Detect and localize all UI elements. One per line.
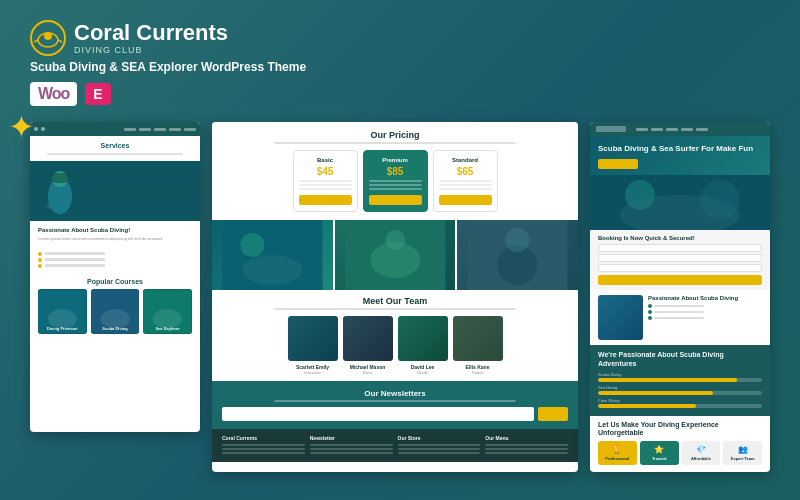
team-member-4: Ellis Kane Trainer bbox=[453, 316, 503, 375]
passionate-heading: Passionate About Scuba Diving bbox=[648, 295, 762, 301]
pricing-divider bbox=[274, 142, 516, 144]
newsletter-input[interactable] bbox=[222, 407, 534, 421]
team-members: Scarlett Emily Instructor Michael Mason … bbox=[222, 316, 568, 375]
booking-field-3[interactable] bbox=[598, 264, 762, 272]
nav-link bbox=[184, 128, 196, 131]
nav-link bbox=[169, 128, 181, 131]
bullet-dot bbox=[38, 252, 42, 256]
bullet-text bbox=[45, 252, 105, 255]
team-title: Meet Our Team bbox=[222, 296, 568, 306]
newsletter-divider bbox=[274, 400, 516, 402]
card-label: Affordable bbox=[686, 456, 717, 461]
right-hero-button[interactable] bbox=[598, 159, 638, 169]
bar-row-2: Sea Diving bbox=[598, 385, 762, 395]
check-line bbox=[654, 317, 704, 319]
footer-col-title: Our Store bbox=[398, 435, 481, 441]
svg-line-3 bbox=[34, 40, 38, 42]
woo-badge: Woo bbox=[30, 82, 77, 106]
plan-button[interactable] bbox=[439, 195, 492, 205]
pricing-section: Our Pricing Basic $45 Premium $85 bbox=[212, 122, 578, 220]
team-member-2: Michael Mason Diver bbox=[343, 316, 393, 375]
course-card-2: Scuba Diving bbox=[91, 289, 140, 334]
nav-item bbox=[681, 128, 693, 131]
right-passionate-section2: We're Passionate About Scuba Diving Adve… bbox=[590, 345, 770, 415]
check-line bbox=[654, 305, 704, 307]
bar-label: Sea Diving bbox=[598, 385, 762, 390]
passionate-heading: Passionate About Scuba Diving! bbox=[38, 227, 192, 233]
booking-section: Booking Is Now Quick & Secured! bbox=[590, 230, 770, 290]
plan-price: $65 bbox=[439, 166, 492, 177]
elementor-label: E bbox=[93, 86, 102, 102]
badges-row: Woo E bbox=[30, 82, 770, 106]
svg-point-19 bbox=[240, 233, 264, 257]
check-dot bbox=[648, 316, 652, 320]
plan-price: $85 bbox=[369, 166, 422, 177]
bar-bg bbox=[598, 391, 762, 395]
svg-point-25 bbox=[506, 228, 530, 252]
pricing-card-standard: Standard $65 bbox=[433, 150, 498, 212]
svg-rect-10 bbox=[52, 173, 68, 183]
bullet-dot bbox=[38, 258, 42, 262]
card-label: Trusted bbox=[644, 456, 675, 461]
pricing-cards: Basic $45 Premium $85 bbox=[222, 150, 568, 212]
tagline: Scuba Diving & SEA Explorer WordPress Th… bbox=[30, 60, 770, 74]
left-passionate: Passionate About Scuba Diving! Lorem ips… bbox=[30, 221, 200, 248]
team-divider bbox=[274, 308, 516, 310]
bar-fill bbox=[598, 404, 696, 408]
unforg-card-affordable: 💎 Affordable bbox=[682, 441, 721, 465]
bar-label: Scuba Diving bbox=[598, 372, 762, 377]
unforg-card-professional: 🏆 Professional bbox=[598, 441, 637, 465]
plan-button[interactable] bbox=[299, 195, 352, 205]
footer-col-4: Our Menu bbox=[485, 435, 568, 456]
nav-item bbox=[636, 128, 648, 131]
logo-subtitle: Diving Club bbox=[74, 45, 228, 55]
bullet-text bbox=[45, 264, 105, 267]
check-dot bbox=[648, 310, 652, 314]
member-photo bbox=[343, 316, 393, 361]
pricing-title: Our Pricing bbox=[222, 130, 568, 140]
professional-icon: 🏆 bbox=[602, 445, 633, 454]
svg-line-4 bbox=[58, 40, 62, 42]
nav-item bbox=[666, 128, 678, 131]
right-hero-image bbox=[590, 175, 770, 230]
card-label: Expert Team bbox=[727, 456, 758, 461]
passionate-text-block: Passionate About Scuba Diving bbox=[648, 295, 762, 340]
course-card-3: Sea Explorer bbox=[143, 289, 192, 334]
left-section-divider bbox=[47, 153, 183, 155]
booking-field-1[interactable] bbox=[598, 244, 762, 252]
affordable-icon: 💎 bbox=[686, 445, 717, 454]
course-card-1: Diving Premium bbox=[38, 289, 87, 334]
pricing-card-premium: Premium $85 bbox=[363, 150, 428, 212]
elementor-badge: E bbox=[85, 83, 110, 105]
woo-logo: Woo bbox=[38, 85, 69, 103]
course-label: Diving Premium bbox=[38, 326, 87, 331]
pricing-card-basic: Basic $45 bbox=[293, 150, 358, 212]
newsletter-section: Our Newsletters bbox=[212, 381, 578, 429]
member-role: Trainer bbox=[453, 370, 503, 375]
footer-col-2: Newsletter bbox=[310, 435, 393, 456]
nav-link bbox=[139, 128, 151, 131]
plan-name: Basic bbox=[299, 157, 352, 163]
booking-button[interactable] bbox=[598, 275, 762, 285]
booking-field-2[interactable] bbox=[598, 254, 762, 262]
bullet-dot bbox=[38, 264, 42, 268]
newsletter-form bbox=[222, 407, 568, 421]
unforg-title: Let Us Make Your Diving Experience Unfor… bbox=[598, 421, 762, 438]
bar-bg bbox=[598, 378, 762, 382]
member-photo bbox=[288, 316, 338, 361]
svg-point-18 bbox=[242, 255, 302, 285]
bullet-item bbox=[38, 252, 192, 256]
newsletter-submit-button[interactable] bbox=[538, 407, 568, 421]
plan-button[interactable] bbox=[369, 195, 422, 205]
logo-icon bbox=[30, 20, 66, 56]
bar-label: Cave Diving bbox=[598, 398, 762, 403]
member-photo bbox=[453, 316, 503, 361]
bullet-item bbox=[38, 264, 192, 268]
expert-icon: 👥 bbox=[727, 445, 758, 454]
right-hero-title: Scuba Diving & Sea Surfer For Make Fun bbox=[598, 144, 762, 154]
previews-row: Services Passionate About Scuba Diving! bbox=[30, 122, 770, 480]
nav-link bbox=[124, 128, 136, 131]
gallery-img-diver bbox=[457, 220, 578, 290]
main-container: ✦ Coral Currents Diving Club Scuba Divin… bbox=[0, 0, 800, 500]
member-photo bbox=[398, 316, 448, 361]
